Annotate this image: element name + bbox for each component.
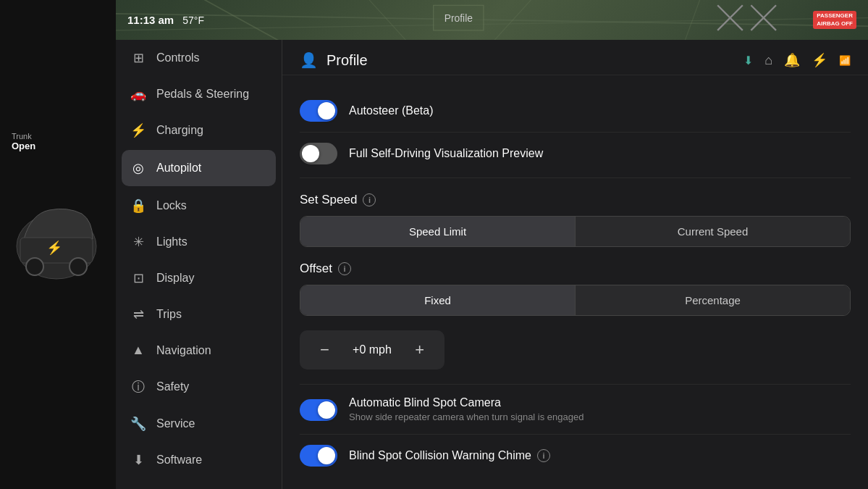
bluetooth-icon: ⚡ (812, 52, 827, 68)
sidebar-icon-pedals-steering: 🚗 (130, 86, 146, 102)
percentage-btn[interactable]: Percentage (576, 285, 850, 315)
sidebar-label-trips: Trips (156, 308, 182, 321)
main-content: 👤 Profile ⬇ ⌂ 🔔 ⚡ 📶 Autosteer (Beta) (282, 40, 868, 489)
trunk-label: Trunk (12, 132, 93, 141)
blind-spot-warning-info: Blind Spot Collision Warning Chime i (349, 449, 550, 462)
sidebar-item-upgrades[interactable]: 🔒 Upgrades (116, 478, 282, 489)
sidebar-label-autopilot: Autopilot (156, 162, 201, 175)
content-body: Autosteer (Beta) Full Self-Driving Visua… (282, 75, 868, 489)
blind-spot-warning-row: Blind Spot Collision Warning Chime i (300, 435, 851, 477)
offset-btn-group: Fixed Percentage (300, 285, 851, 316)
sidebar-item-controls[interactable]: ⊞ Controls (116, 40, 282, 76)
sidebar-icon-navigation: ▲ (130, 343, 146, 358)
fsd-label: Full Self-Driving Visualization Preview (349, 147, 543, 160)
header-icons: ⬇ ⌂ 🔔 ⚡ 📶 (743, 52, 851, 68)
offset-section: Offset i (300, 262, 851, 276)
fsd-toggle[interactable] (300, 143, 337, 164)
offset-label: Offset (300, 262, 332, 276)
sidebar-icon-locks: 🔒 (130, 198, 146, 214)
blind-spot-warning-toggle[interactable] (300, 445, 337, 467)
sidebar-item-trips[interactable]: ⇌ Trips (116, 296, 282, 333)
home-icon: ⌂ (764, 53, 772, 68)
sidebar-icon-trips: ⇌ (130, 306, 146, 322)
sidebar-item-display[interactable]: ⊡ Display (116, 260, 282, 296)
sidebar-item-charging[interactable]: ⚡ Charging (116, 112, 282, 149)
svg-point-15 (69, 258, 87, 275)
set-speed-section: Set Speed i (300, 193, 851, 207)
profile-icon: 👤 (300, 51, 318, 69)
sidebar-item-safety[interactable]: ⓘ Safety (116, 368, 282, 406)
sidebar-label-service: Service (156, 417, 195, 430)
blind-spot-camera-info: Automatic Blind Spot Camera Show side re… (349, 396, 583, 424)
autosteer-row: Autosteer (Beta) (300, 90, 851, 133)
set-speed-label: Set Speed (300, 193, 357, 207)
trunk-info: Trunk Open (0, 123, 105, 160)
content-header: 👤 Profile ⬇ ⌂ 🔔 ⚡ 📶 (282, 40, 868, 75)
sidebar-icon-controls: ⊞ (130, 50, 146, 66)
autosteer-label: Autosteer (Beta) (349, 104, 434, 117)
sidebar-icon-safety: ⓘ (130, 378, 146, 396)
sidebar-icon-autopilot: ◎ (130, 160, 146, 176)
bell-icon: 🔔 (784, 52, 800, 68)
sidebar-label-charging: Charging (156, 124, 203, 137)
sidebar-item-navigation[interactable]: ▲ Navigation (116, 333, 282, 368)
sidebar-item-service[interactable]: 🔧 Service (116, 406, 282, 442)
status-temp: 57°F (182, 14, 204, 26)
set-speed-info-icon[interactable]: i (363, 193, 376, 206)
offset-value: +0 mph (353, 343, 392, 356)
sidebar-item-pedals-steering[interactable]: 🚗 Pedals & Steering (116, 76, 282, 112)
trunk-value: Open (12, 141, 93, 151)
svg-text:⚡: ⚡ (46, 240, 63, 256)
bsc-warning-info-icon[interactable]: i (537, 449, 550, 462)
sidebar: ⊞ Controls 🚗 Pedals & Steering ⚡ Chargin… (116, 40, 282, 489)
sidebar-item-autopilot[interactable]: ◎ Autopilot (122, 150, 276, 186)
sidebar-label-safety: Safety (156, 380, 189, 393)
fixed-btn[interactable]: Fixed (300, 285, 576, 315)
sidebar-item-lights[interactable]: ✳ Lights (116, 224, 282, 260)
section-title: Profile (326, 52, 368, 69)
status-time: 11:13 am (127, 14, 174, 26)
sidebar-icon-service: 🔧 (130, 416, 146, 432)
status-right: PASSENGERAIRBAG OFF (813, 11, 856, 29)
decrement-btn[interactable]: − (314, 338, 335, 362)
sidebar-label-software: Software (156, 454, 202, 467)
status-bar: 11:13 am 57°F PASSENGERAIRBAG OFF (116, 0, 868, 40)
sidebar-label-controls: Controls (156, 51, 200, 64)
sidebar-item-locks[interactable]: 🔒 Locks (116, 188, 282, 224)
sidebar-label-display: Display (156, 272, 194, 285)
fsd-row: Full Self-Driving Visualization Preview (300, 133, 851, 178)
svg-point-14 (26, 258, 43, 275)
sidebar-icon-lights: ✳ (130, 234, 146, 250)
sidebar-item-software[interactable]: ⬇ Software (116, 442, 282, 478)
sidebar-icon-charging: ⚡ (130, 122, 146, 138)
autosteer-toggle[interactable] (300, 100, 337, 122)
sidebar-label-locks: Locks (156, 199, 187, 212)
set-speed-btn-group: Speed Limit Current Speed (300, 216, 851, 247)
signal-icon: 📶 (839, 55, 851, 66)
download-icon: ⬇ (743, 54, 753, 67)
passenger-airbag-badge: PASSENGERAIRBAG OFF (813, 11, 856, 29)
offset-stepper: − +0 mph + (300, 330, 444, 369)
sidebar-label-navigation: Navigation (156, 344, 211, 357)
blind-spot-camera-toggle[interactable] (300, 399, 337, 421)
offset-info-icon[interactable]: i (338, 262, 351, 275)
sidebar-icon-display: ⊡ (130, 270, 146, 286)
increment-btn[interactable]: + (409, 338, 430, 362)
sidebar-icon-software: ⬇ (130, 452, 146, 468)
speed-limit-btn[interactable]: Speed Limit (300, 217, 576, 246)
sidebar-label-lights: Lights (156, 235, 187, 248)
status-left: 11:13 am 57°F (127, 14, 204, 26)
current-speed-btn[interactable]: Current Speed (576, 217, 850, 246)
sidebar-label-pedals-steering: Pedals & Steering (156, 88, 249, 101)
blind-spot-camera-row: Automatic Blind Spot Camera Show side re… (300, 384, 851, 435)
